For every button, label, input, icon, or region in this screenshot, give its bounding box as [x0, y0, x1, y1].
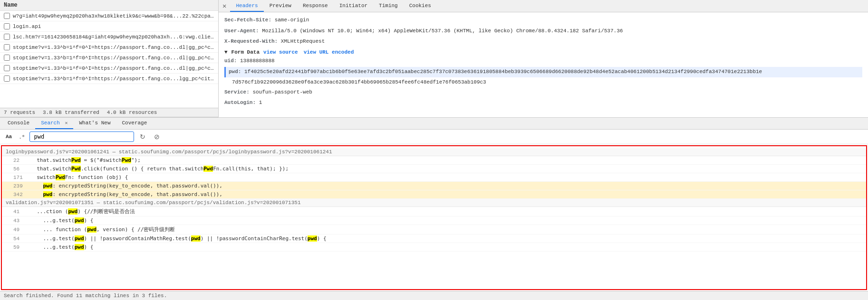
uid-row: uid: 13888888888	[224, 57, 862, 66]
list-item[interactable]: stoptime?v=1.33^b=1^f=0^I=https://passpo…	[0, 42, 218, 53]
tab-coverage[interactable]: Coverage	[116, 118, 153, 129]
result-line[interactable]: 342 pwd: encryptedString(key_to_encode, …	[2, 190, 866, 199]
close-button[interactable]: ✕	[219, 0, 230, 12]
tab-timing[interactable]: Timing	[373, 0, 404, 12]
list-item[interactable]: lsc.htm?r=1614230658184&g=iaht49pw9heymq…	[0, 32, 218, 42]
status-bar: 7 requests 3.8 kB transferred 4.0 kB res…	[0, 108, 218, 117]
search-footer: Search finished. Found 11 matching lines…	[0, 291, 868, 300]
user-agent-row: User-Agent: Mozilla/5.0 (Windows NT 10.0…	[224, 27, 862, 35]
list-item[interactable]: stoptime?v=1.33^b=1^f=0^I=https://passpo…	[0, 74, 218, 84]
list-item[interactable]: stoptime?v=1.33^b=1^f=0^I=https://passpo…	[0, 53, 218, 63]
form-data-section: ▼ Form Data view source view URL encoded	[224, 49, 862, 55]
headers-tab-bar: ✕ Headers Preview Response Initiator Tim…	[219, 0, 868, 12]
result-line[interactable]: 56 that.switchPwd.click(function () { re…	[2, 165, 866, 173]
name-column-header: Name	[0, 0, 218, 11]
result-file-1: loginbypassword.js?v=202001061241 — stat…	[2, 148, 866, 156]
list-item[interactable]: w?g=iaht49pw9heymq2p020ha3xhw18klketik9&…	[0, 11, 218, 21]
regex-toggle[interactable]: .*	[17, 133, 27, 141]
result-line[interactable]: 49 ... function (pwd, version) { //密码升级判…	[2, 225, 866, 234]
clear-button[interactable]: ⊘	[151, 131, 163, 142]
name-panel: Name w?g=iaht49pw9heymq2p020ha3xhw18klke…	[0, 0, 219, 117]
tab-cookies[interactable]: Cookies	[404, 0, 437, 12]
result-line[interactable]: 22 that.switchPwd = $("#switchPwd");	[2, 156, 866, 165]
bottom-tab-bar: Console Search ✕ What's New Coverage	[0, 118, 868, 130]
requests-count: 7 requests	[4, 110, 35, 115]
item-checkbox[interactable]	[4, 34, 10, 40]
pwd-row: pwd: 1f4025c5e20afd22441bf907abc1b6b0f5e…	[224, 67, 862, 77]
name-list: w?g=iaht49pw9heymq2p020ha3xhw18klketik9&…	[0, 11, 218, 108]
search-tab-close[interactable]: ✕	[65, 121, 68, 126]
x-requested-with-row: X-Requested-With: XMLHttpRequest	[224, 38, 862, 46]
search-toolbar: Aa .* ↻ ⊘	[0, 130, 868, 144]
search-results: loginbypassword.js?v=202001061241 — stat…	[1, 145, 867, 290]
search-input[interactable]	[29, 131, 134, 142]
view-source-link[interactable]: view source	[263, 49, 298, 55]
result-line[interactable]: 171 switchPwdFn: function (obj) {	[2, 173, 866, 182]
result-line[interactable]: 239 pwd: encryptedString(key_to_encode, …	[2, 182, 866, 190]
headers-panel: ✕ Headers Preview Response Initiator Tim…	[219, 0, 868, 117]
list-item[interactable]: login.api	[0, 21, 218, 32]
resources-size: 4.0 kB resources	[107, 110, 157, 115]
item-checkbox[interactable]	[4, 65, 10, 71]
item-checkbox[interactable]	[4, 55, 10, 61]
bottom-pane: Console Search ✕ What's New Coverage Aa …	[0, 118, 868, 300]
item-checkbox[interactable]	[4, 23, 10, 29]
tab-headers[interactable]: Headers	[230, 0, 263, 12]
pwd-row-cont: 7d576cf1b9220096d3628e0f6a3ce39ac628b301…	[224, 78, 862, 87]
tab-whats-new[interactable]: What's New	[73, 118, 116, 129]
service-row: Service: soufun-passport-web	[224, 88, 862, 97]
form-data-toggle[interactable]: ▼	[224, 49, 228, 55]
view-url-encoded-link[interactable]: view URL encoded	[304, 49, 354, 55]
item-checkbox[interactable]	[4, 44, 10, 50]
transferred-size: 3.8 kB transferred	[43, 110, 99, 115]
tab-initiator[interactable]: Initiator	[334, 0, 373, 12]
tab-search[interactable]: Search ✕	[35, 118, 73, 129]
top-pane: Name w?g=iaht49pw9heymq2p020ha3xhw18klke…	[0, 0, 868, 118]
result-file-2: validation.js?v=202001071351 — static.so…	[2, 199, 866, 207]
result-line[interactable]: 43 ...g.test(pwd) {	[2, 216, 866, 225]
item-checkbox[interactable]	[4, 75, 10, 82]
refresh-button[interactable]: ↻	[137, 131, 148, 142]
result-line[interactable]: 59 ...g.test(pwd) {	[2, 243, 866, 252]
item-checkbox[interactable]	[4, 13, 10, 19]
autologin-row: AutoLogin: 1	[224, 99, 862, 107]
form-data-links: view source view URL encoded	[263, 49, 354, 55]
tab-preview[interactable]: Preview	[264, 0, 297, 12]
headers-content: Sec-Fetch-Site: same-origin User-Agent: …	[219, 12, 868, 117]
tab-console[interactable]: Console	[2, 118, 35, 129]
sec-fetch-site-row: Sec-Fetch-Site: same-origin	[224, 16, 862, 24]
tab-response[interactable]: Response	[297, 0, 334, 12]
result-line[interactable]: 41 ...ction (pwd) {//判断密码是否合法	[2, 207, 866, 216]
list-item[interactable]: stoptime?v=1.33^b=1^f=0^I=https://passpo…	[0, 63, 218, 74]
result-line[interactable]: 54 ...g.test(pwd) || !passwordContainMat…	[2, 234, 866, 243]
case-sensitive-toggle[interactable]: Aa	[4, 133, 14, 141]
